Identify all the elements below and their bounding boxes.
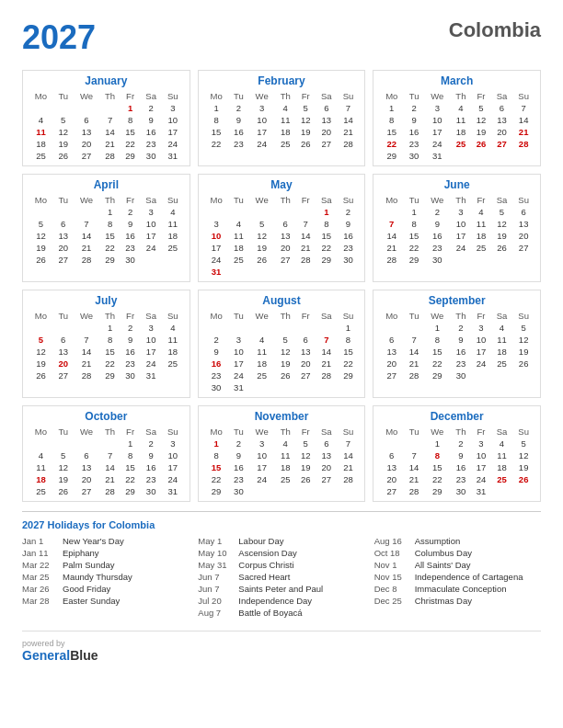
holidays-title: 2027 Holidays for Colombia (22, 519, 541, 530)
calendar-day: 29 (404, 254, 424, 266)
day-header: Su (338, 310, 360, 322)
calendar-day: 3 (248, 438, 275, 449)
month-block-september: SeptemberMoTuWeThFrSaSu12345678910111213… (373, 290, 541, 398)
calendar-day: 4 (248, 334, 275, 346)
calendar-day: 25 (471, 242, 491, 254)
day-header: Su (162, 426, 184, 438)
calendar-day: 21 (296, 242, 316, 254)
day-header: Sa (140, 90, 162, 102)
day-header: Tu (229, 426, 249, 438)
calendar-day (491, 150, 513, 162)
calendar-day: 3 (229, 334, 249, 346)
holiday-name: Battle of Boyacá (238, 608, 302, 618)
calendar-day: 20 (316, 126, 338, 138)
calendar-day: 17 (229, 358, 249, 370)
holiday-name: Immaculate Conception (415, 584, 507, 594)
calendar-day: 24 (229, 370, 249, 381)
calendar-day: 24 (140, 358, 162, 370)
calendar-day: 22 (424, 358, 451, 370)
calendar-day: 10 (162, 449, 184, 461)
calendar-day: 18 (451, 126, 472, 138)
calendar-day: 12 (53, 126, 74, 138)
calendar-day: 16 (451, 461, 472, 473)
day-header: Mo (379, 90, 404, 102)
calendar-day: 6 (53, 334, 74, 346)
holiday-name: Independence of Cartagena (415, 572, 523, 582)
calendar-day: 7 (404, 449, 424, 461)
day-header: Mo (29, 194, 53, 206)
calendar-day (229, 322, 249, 334)
calendar-day: 31 (424, 150, 451, 162)
calendar-day: 25 (248, 370, 275, 381)
calendar-day: 7 (316, 334, 338, 346)
calendar-day: 26 (512, 473, 534, 485)
calendar-day: 2 (121, 322, 141, 334)
calendar-day: 30 (140, 485, 162, 497)
calendar-day: 3 (162, 102, 184, 114)
calendar-table: MoTuWeThFrSaSu12345678910111213141516171… (29, 310, 184, 381)
calendar-day: 6 (379, 449, 404, 461)
calendar-day: 23 (121, 242, 141, 254)
calendar-day: 21 (338, 126, 360, 138)
day-header: Fr (121, 194, 141, 206)
calendar-day: 14 (338, 114, 360, 126)
holiday-row: May 1Labour Day (198, 536, 364, 546)
calendar-day: 22 (404, 242, 424, 254)
calendar-day: 15 (121, 461, 141, 473)
calendar-day: 24 (162, 138, 184, 150)
day-header: We (74, 90, 100, 102)
calendar-table: MoTuWeThFrSaSu12345678910111213141516171… (204, 310, 360, 393)
calendar-day: 13 (491, 114, 513, 126)
calendar-day (451, 254, 472, 266)
calendar-day: 1 (404, 206, 424, 218)
calendar-day: 20 (316, 461, 338, 473)
calendar-day: 25 (229, 254, 249, 266)
calendar-day: 8 (338, 334, 360, 346)
calendar-day: 26 (53, 150, 74, 162)
calendar-day: 26 (512, 358, 534, 370)
calendar-day: 1 (99, 206, 121, 218)
calendar-day: 26 (471, 138, 491, 150)
month-block-october: OctoberMoTuWeThFrSaSu1234567891011121314… (22, 405, 190, 502)
month-name: March (379, 74, 534, 87)
calendar-table: MoTuWeThFrSaSu12345678910111213141516171… (204, 90, 360, 150)
holiday-date: Mar 22 (22, 560, 57, 570)
calendar-day: 1 (424, 438, 451, 449)
month-block-february: FebruaryMoTuWeThFrSaSu123456789101112131… (198, 70, 366, 166)
calendar-day: 13 (296, 346, 316, 358)
calendar-day (74, 206, 100, 218)
calendar-day: 4 (29, 449, 53, 461)
calendar-day: 13 (379, 461, 404, 473)
calendar-day (74, 102, 100, 114)
calendar-day: 1 (204, 102, 229, 114)
calendar-day: 21 (99, 138, 121, 150)
day-header: Tu (404, 90, 424, 102)
calendar-day: 2 (338, 206, 360, 218)
calendar-day: 17 (140, 346, 162, 358)
calendar-day: 2 (121, 206, 141, 218)
calendar-day (512, 254, 534, 266)
calendar-day: 27 (379, 370, 404, 381)
calendar-day (229, 266, 249, 278)
calendar-day: 9 (140, 449, 162, 461)
calendar-day: 22 (204, 473, 229, 485)
calendar-day: 29 (121, 485, 141, 497)
calendar-day: 5 (29, 218, 53, 230)
calendar-day: 18 (162, 346, 184, 358)
calendar-day: 30 (204, 381, 229, 393)
day-header: Sa (491, 90, 513, 102)
calendar-day: 1 (121, 102, 141, 114)
calendar-day: 28 (99, 150, 121, 162)
calendar-day: 13 (74, 461, 100, 473)
powered-by-text: powered by (22, 639, 98, 648)
holiday-date: Nov 1 (374, 560, 409, 570)
calendar-day: 19 (491, 230, 513, 242)
calendar-day (53, 322, 74, 334)
day-header: We (248, 194, 275, 206)
calendar-day: 14 (99, 461, 121, 473)
calendar-day (99, 438, 121, 449)
calendar-day: 31 (471, 485, 491, 497)
holiday-row: Jun 7Sacred Heart (198, 572, 364, 582)
holidays-column: May 1Labour DayMay 10Ascension DayMay 31… (198, 536, 364, 620)
calendar-day (296, 266, 316, 278)
